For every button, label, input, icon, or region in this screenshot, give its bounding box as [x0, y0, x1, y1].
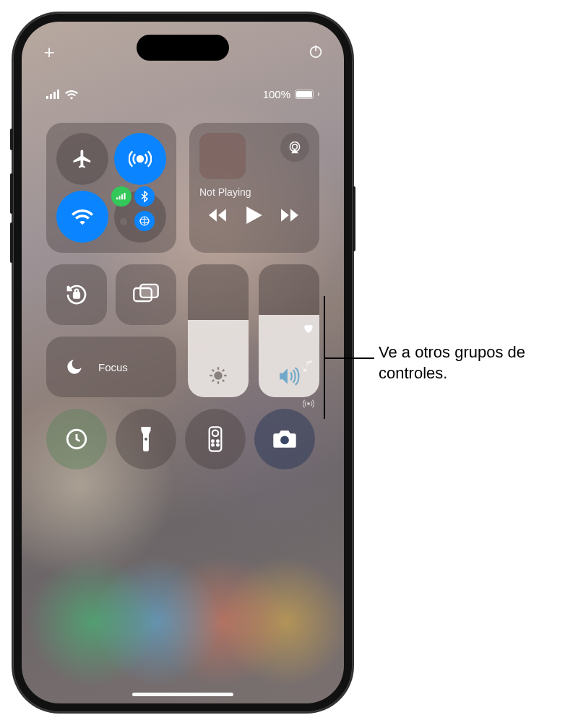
- rewind-icon[interactable]: [209, 208, 228, 222]
- svg-rect-18: [140, 285, 158, 298]
- forward-icon[interactable]: [281, 208, 300, 222]
- cellular-data-toggle[interactable]: [111, 186, 131, 207]
- flashlight-icon: [139, 427, 153, 451]
- power-button[interactable]: [306, 42, 325, 61]
- timer-button[interactable]: [46, 409, 107, 469]
- wifi-icon: [72, 208, 93, 225]
- page-connectivity-icon[interactable]: [302, 397, 315, 410]
- svg-point-19: [215, 372, 221, 378]
- svg-rect-16: [74, 292, 79, 298]
- timer-icon: [64, 427, 89, 451]
- orientation-lock-toggle[interactable]: [46, 264, 107, 325]
- airplane-mode-toggle[interactable]: [56, 133, 108, 185]
- svg-rect-4: [53, 92, 56, 99]
- orientation-lock-icon: [64, 282, 90, 308]
- svg-point-31: [212, 430, 218, 436]
- dynamic-island: [137, 35, 229, 61]
- svg-rect-10: [124, 193, 126, 199]
- page-music-icon[interactable]: [302, 360, 315, 373]
- focus-label: Focus: [98, 361, 128, 373]
- svg-rect-9: [121, 194, 123, 199]
- connectivity-module[interactable]: [46, 123, 176, 253]
- moon-icon: [65, 358, 84, 376]
- airplay-icon: [288, 140, 302, 155]
- airdrop-toggle[interactable]: [114, 133, 166, 185]
- svg-point-33: [217, 440, 219, 442]
- svg-rect-3: [50, 94, 52, 99]
- battery-icon: [295, 90, 314, 99]
- volume-down-button: [10, 222, 13, 263]
- music-note-icon: [303, 360, 314, 372]
- bluetooth-toggle[interactable]: [134, 186, 155, 207]
- side-button: [353, 186, 355, 251]
- screen-mirroring-icon: [133, 283, 159, 306]
- flashlight-button[interactable]: [116, 409, 176, 469]
- svg-rect-5: [57, 90, 59, 99]
- callout-leader-line: [324, 296, 374, 419]
- svg-rect-8: [119, 196, 121, 199]
- airplay-button[interactable]: [280, 133, 309, 162]
- remote-icon: [208, 426, 223, 452]
- home-indicator[interactable]: [132, 693, 233, 696]
- svg-line-24: [212, 370, 214, 371]
- svg-rect-7: [116, 197, 118, 199]
- speaker-icon: [278, 367, 300, 386]
- apple-tv-remote-button[interactable]: [185, 409, 246, 469]
- svg-rect-2: [46, 96, 48, 99]
- brightness-slider[interactable]: [188, 264, 249, 397]
- svg-point-34: [212, 444, 214, 446]
- svg-point-36: [280, 436, 289, 444]
- mute-switch: [10, 129, 13, 150]
- wifi-status-icon: [65, 90, 78, 100]
- svg-point-15: [293, 144, 298, 150]
- svg-point-35: [217, 444, 219, 446]
- svg-line-25: [223, 380, 224, 381]
- status-bar: 100%: [22, 87, 344, 108]
- add-control-button[interactable]: +: [39, 42, 59, 62]
- svg-line-26: [212, 380, 214, 381]
- svg-point-32: [212, 440, 214, 442]
- connectivity-more-dot: [120, 218, 127, 225]
- media-title: Not Playing: [199, 186, 309, 198]
- svg-point-6: [137, 156, 143, 162]
- media-module[interactable]: Not Playing: [189, 123, 319, 253]
- camera-icon: [272, 429, 297, 449]
- screen: + 100%: [22, 22, 344, 703]
- svg-point-37: [308, 403, 310, 405]
- airdrop-icon: [129, 147, 152, 170]
- battery-percentage: 100%: [263, 88, 290, 100]
- sun-icon: [208, 365, 228, 386]
- cellular-bars-icon: [116, 192, 126, 201]
- focus-button[interactable]: Focus: [46, 337, 176, 397]
- play-icon[interactable]: [246, 207, 262, 224]
- heart-icon: [303, 324, 314, 334]
- globe-icon: [139, 215, 150, 227]
- bluetooth-icon: [140, 191, 149, 202]
- power-icon: [308, 43, 324, 59]
- connectivity-expand-button[interactable]: [114, 191, 166, 243]
- wifi-toggle[interactable]: [56, 191, 108, 243]
- iphone-frame: + 100%: [13, 13, 353, 712]
- page-indicators[interactable]: [302, 322, 315, 410]
- page-favorites-icon[interactable]: [302, 322, 315, 335]
- battery-tip: [318, 92, 319, 96]
- callout-text: Ve a otros grupos de controles.: [379, 342, 559, 384]
- satellite-toggle[interactable]: [134, 211, 155, 231]
- cellular-signal-icon: [46, 90, 61, 100]
- media-artwork: [199, 133, 246, 179]
- antenna-icon: [303, 398, 314, 410]
- svg-point-29: [145, 438, 147, 441]
- svg-line-27: [223, 370, 224, 371]
- camera-button[interactable]: [254, 409, 315, 469]
- volume-up-button: [10, 173, 13, 214]
- screen-mirroring-button[interactable]: [116, 264, 176, 325]
- airplane-icon: [72, 148, 93, 170]
